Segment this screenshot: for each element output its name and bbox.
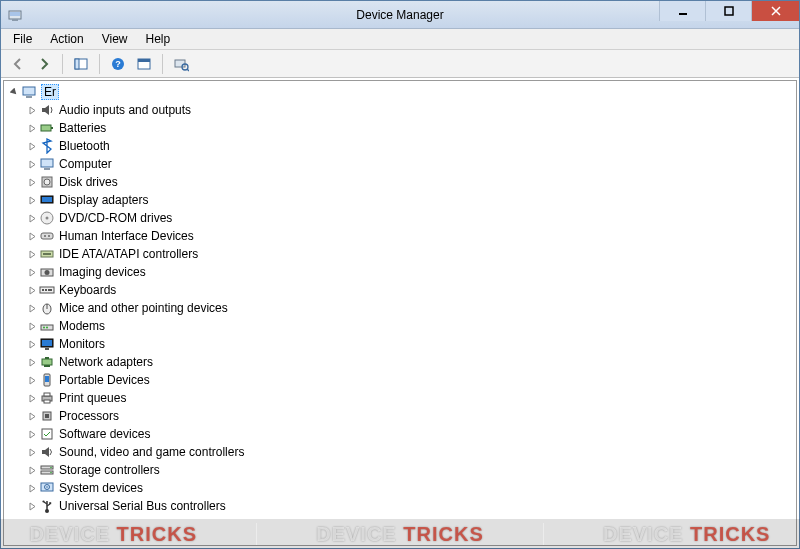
device-tree[interactable]: Er Audio inputs and outputsBatteriesBlue… <box>3 80 797 546</box>
tree-item[interactable]: Software devices <box>4 425 796 443</box>
storage-icon <box>39 462 55 478</box>
expand-icon[interactable] <box>26 392 38 404</box>
svg-rect-47 <box>44 365 50 367</box>
svg-rect-16 <box>41 125 51 131</box>
tree-item-label: Bluetooth <box>59 139 110 153</box>
tree-item[interactable]: Print queues <box>4 389 796 407</box>
expand-icon[interactable] <box>26 464 38 476</box>
collapse-icon[interactable] <box>8 86 20 98</box>
svg-rect-14 <box>23 87 35 95</box>
portable-icon <box>39 372 55 388</box>
tree-item[interactable]: Computer <box>4 155 796 173</box>
tree-item[interactable]: IDE ATA/ATAPI controllers <box>4 245 796 263</box>
tree-item[interactable]: Modems <box>4 317 796 335</box>
disk-icon <box>39 174 55 190</box>
tree-item[interactable]: Storage controllers <box>4 461 796 479</box>
tree-item[interactable]: Bluetooth <box>4 137 796 155</box>
menu-view[interactable]: View <box>94 30 136 48</box>
tree-item-label: Universal Serial Bus controllers <box>59 499 226 513</box>
tree-item-label: Sound, video and game controllers <box>59 445 244 459</box>
sound-icon <box>39 444 55 460</box>
expand-icon[interactable] <box>26 446 38 458</box>
tree-item-label: DVD/CD-ROM drives <box>59 211 172 225</box>
forward-button[interactable] <box>33 53 55 75</box>
expand-icon[interactable] <box>26 140 38 152</box>
processor-icon <box>39 408 55 424</box>
software-icon <box>39 426 55 442</box>
svg-line-13 <box>187 69 189 71</box>
show-hide-tree-button[interactable] <box>70 53 92 75</box>
tree-item[interactable]: Batteries <box>4 119 796 137</box>
tree-item[interactable]: DVD/CD-ROM drives <box>4 209 796 227</box>
tree-item-label: Monitors <box>59 337 105 351</box>
svg-rect-18 <box>41 159 53 167</box>
expand-icon[interactable] <box>26 176 38 188</box>
svg-point-25 <box>46 217 49 220</box>
expand-icon[interactable] <box>26 482 38 494</box>
tree-item[interactable]: Disk drives <box>4 173 796 191</box>
tree-item-label: Audio inputs and outputs <box>59 103 191 117</box>
expand-icon[interactable] <box>26 320 38 332</box>
tree-item-label: Keyboards <box>59 283 116 297</box>
computer-icon <box>21 84 37 100</box>
tree-item[interactable]: Sound, video and game controllers <box>4 443 796 461</box>
tree-item[interactable]: Universal Serial Bus controllers <box>4 497 796 515</box>
expand-icon[interactable] <box>26 266 38 278</box>
expand-icon[interactable] <box>26 374 38 386</box>
scan-hardware-button[interactable] <box>170 53 192 75</box>
expand-icon[interactable] <box>26 356 38 368</box>
menu-file[interactable]: File <box>5 30 40 48</box>
expand-icon[interactable] <box>26 248 38 260</box>
expand-icon[interactable] <box>26 212 38 224</box>
expand-icon[interactable] <box>26 338 38 350</box>
tree-item[interactable]: Audio inputs and outputs <box>4 101 796 119</box>
tree-item[interactable]: Monitors <box>4 335 796 353</box>
expand-icon[interactable] <box>26 122 38 134</box>
tree-item-label: Mice and other pointing devices <box>59 301 228 315</box>
tree-item[interactable]: Human Interface Devices <box>4 227 796 245</box>
expand-icon[interactable] <box>26 158 38 170</box>
help-button[interactable]: ? <box>107 53 129 75</box>
tree-item[interactable]: Mice and other pointing devices <box>4 299 796 317</box>
tree-item[interactable]: Imaging devices <box>4 263 796 281</box>
tree-root-label[interactable]: Er <box>41 84 59 100</box>
system-icon <box>39 480 55 496</box>
svg-text:?: ? <box>115 59 121 69</box>
back-button[interactable] <box>7 53 29 75</box>
tree-item-label: Portable Devices <box>59 373 150 387</box>
svg-rect-65 <box>49 502 51 504</box>
tree-root[interactable]: Er <box>4 83 796 101</box>
properties-button[interactable] <box>133 53 155 75</box>
svg-rect-46 <box>45 357 49 359</box>
svg-rect-54 <box>45 414 49 418</box>
svg-rect-44 <box>45 348 49 350</box>
battery-icon <box>39 120 55 136</box>
tree-item[interactable]: System devices <box>4 479 796 497</box>
tree-item[interactable]: Processors <box>4 407 796 425</box>
tree-item[interactable]: Portable Devices <box>4 371 796 389</box>
audio-icon <box>39 102 55 118</box>
tree-item[interactable]: Network adapters <box>4 353 796 371</box>
expand-icon[interactable] <box>26 194 38 206</box>
menu-help[interactable]: Help <box>138 30 179 48</box>
tree-item[interactable]: Display adapters <box>4 191 796 209</box>
svg-rect-52 <box>44 400 50 403</box>
expand-icon[interactable] <box>26 302 38 314</box>
svg-point-62 <box>46 486 48 488</box>
display-adapter-icon <box>39 192 55 208</box>
tree-item[interactable]: Keyboards <box>4 281 796 299</box>
svg-point-32 <box>45 270 50 275</box>
titlebar[interactable]: Device Manager <box>1 1 799 29</box>
expand-icon[interactable] <box>26 428 38 440</box>
tree-item-label: Computer <box>59 157 112 171</box>
tree-item-label: Imaging devices <box>59 265 146 279</box>
expand-icon[interactable] <box>26 104 38 116</box>
menu-action[interactable]: Action <box>42 30 91 48</box>
expand-icon[interactable] <box>26 284 38 296</box>
expand-icon[interactable] <box>26 230 38 242</box>
expand-icon[interactable] <box>26 500 38 512</box>
tree-item-label: Processors <box>59 409 119 423</box>
tree-item-label: Print queues <box>59 391 126 405</box>
expand-icon[interactable] <box>26 410 38 422</box>
window-title: Device Manager <box>1 8 799 22</box>
